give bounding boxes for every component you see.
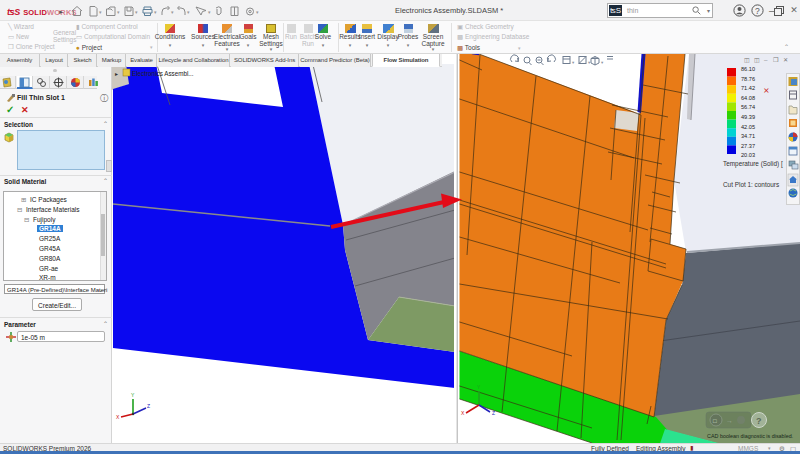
svg-text:⨯: ⨯	[763, 86, 770, 95]
svg-text:49.39: 49.39	[741, 114, 755, 120]
svg-text:56.74: 56.74	[741, 104, 755, 110]
svg-text:▾: ▾	[135, 9, 138, 15]
svg-text:◫: ◫	[754, 56, 760, 63]
svg-text:▾: ▾	[187, 9, 190, 15]
svg-text:86.10: 86.10	[741, 66, 755, 72]
svg-text:▾: ▾	[154, 9, 157, 15]
svg-text:▸: ▸	[115, 71, 118, 77]
svg-text:❐: ❐	[773, 56, 779, 63]
svg-text:?: ?	[756, 416, 762, 426]
svg-text:34.71: 34.71	[741, 133, 755, 139]
svg-text:71.42: 71.42	[741, 85, 755, 91]
svg-text:▾: ▾	[256, 9, 259, 15]
svg-text:?: ?	[755, 6, 760, 16]
svg-text:▾: ▾	[117, 9, 120, 15]
svg-text:27.37: 27.37	[741, 143, 755, 149]
svg-text:▾: ▾	[99, 9, 102, 15]
svg-text:→: →	[726, 417, 733, 424]
svg-text:▾: ▾	[171, 9, 174, 15]
svg-text:□: □	[713, 418, 717, 424]
svg-text:64.08: 64.08	[741, 95, 755, 101]
svg-text:Z: Z	[492, 410, 495, 416]
svg-text:✕: ✕	[783, 56, 788, 63]
svg-text:–: –	[764, 56, 768, 63]
svg-text:CAD boolean diagnostic is disa: CAD boolean diagnostic is disabled.	[707, 433, 793, 439]
svg-text:Electronics Assembl...: Electronics Assembl...	[132, 70, 194, 77]
svg-text:20.03: 20.03	[741, 152, 755, 158]
svg-text:42.05: 42.05	[741, 124, 755, 130]
svg-text:Temperature (Solid) [: Temperature (Solid) [	[723, 160, 783, 168]
svg-text:◫: ◫	[744, 56, 750, 63]
svg-text:Cut Plot 1: contours: Cut Plot 1: contours	[723, 181, 779, 188]
svg-text:78.76: 78.76	[741, 76, 755, 82]
svg-text:Z: Z	[147, 403, 150, 409]
svg-text:▾: ▾	[208, 9, 211, 15]
